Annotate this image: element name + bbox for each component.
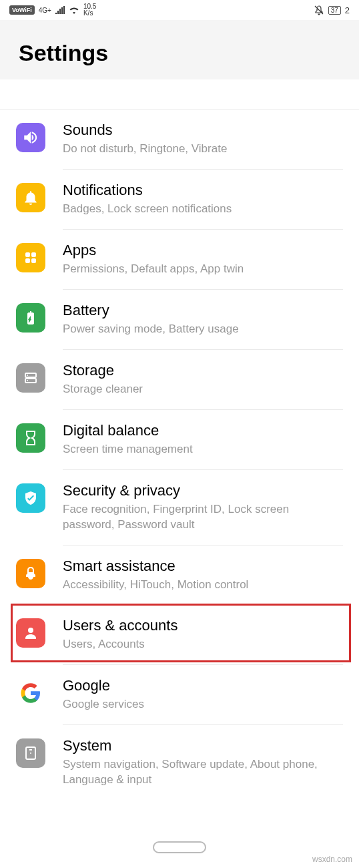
settings-list[interactable]: Sounds Do not disturb, Ringtone, Vibrate… (0, 79, 359, 800)
setting-title: Google (63, 677, 343, 694)
battery-icon (16, 303, 45, 333)
page-title: Settings (19, 40, 340, 66)
setting-subtitle: Accessibility, HiTouch, Motion control (63, 578, 343, 593)
setting-item-security[interactable]: Security & privacy Face recognition, Fin… (0, 470, 359, 546)
mute-icon (314, 5, 324, 15)
setting-title: Security & privacy (63, 482, 343, 499)
svg-rect-1 (31, 252, 36, 257)
setting-item-users-accounts[interactable]: Users & accounts Users, Accounts (0, 605, 359, 665)
system-icon (16, 738, 45, 768)
setting-title: Battery (63, 302, 343, 319)
svg-rect-0 (25, 252, 30, 257)
apps-icon (16, 243, 45, 272)
setting-title: Storage (63, 362, 343, 379)
setting-title: Sounds (63, 122, 343, 139)
setting-item-google[interactable]: Google Google services (0, 665, 359, 725)
setting-subtitle: Screen time management (63, 442, 343, 457)
svg-rect-2 (25, 258, 30, 263)
setting-subtitle: System navigation, Software update, Abou… (63, 757, 343, 788)
speed-indicator: 10.5 K/s (83, 3, 96, 17)
setting-subtitle: Power saving mode, Battery usage (63, 322, 343, 337)
svg-rect-3 (31, 258, 36, 263)
nav-home-pill[interactable] (153, 841, 206, 853)
setting-subtitle: Do not disturb, Ringtone, Vibrate (63, 142, 343, 157)
svg-point-6 (27, 375, 28, 376)
setting-subtitle: Google services (63, 697, 343, 712)
setting-subtitle: Permissions, Default apps, App twin (63, 262, 343, 277)
status-bar: VoWiFi 4G+ 10.5 K/s 37 2 (0, 0, 359, 20)
setting-item-smart-assistance[interactable]: Smart assistance Accessibility, HiTouch,… (0, 546, 359, 606)
setting-subtitle: Badges, Lock screen notifications (63, 202, 343, 217)
setting-title: Notifications (63, 182, 343, 199)
setting-item-storage[interactable]: Storage Storage cleaner (0, 350, 359, 410)
network-indicator: 4G+ (39, 7, 51, 14)
users-accounts-icon (16, 618, 45, 648)
truncated-item (0, 79, 359, 110)
svg-rect-11 (29, 749, 32, 750)
battery-indicator: 37 (328, 6, 341, 15)
setting-title: Smart assistance (63, 558, 343, 575)
battery-suffix: 2 (345, 5, 350, 15)
watermark: wsxdn.com (312, 855, 352, 864)
setting-title: System (63, 737, 343, 754)
setting-item-notifications[interactable]: Notifications Badges, Lock screen notifi… (0, 170, 359, 230)
notifications-icon (16, 183, 45, 212)
setting-title: Users & accounts (63, 617, 343, 634)
storage-icon (16, 363, 45, 393)
security-icon (16, 483, 45, 513)
svg-point-10 (30, 752, 31, 754)
setting-item-sounds[interactable]: Sounds Do not disturb, Ringtone, Vibrate (0, 110, 359, 170)
status-right: 37 2 (314, 5, 350, 15)
sounds-icon (16, 123, 45, 152)
setting-title: Digital balance (63, 422, 343, 439)
setting-item-apps[interactable]: Apps Permissions, Default apps, App twin (0, 230, 359, 290)
svg-point-7 (27, 380, 28, 381)
smart-assistance-icon (16, 559, 45, 588)
vowifi-badge: VoWiFi (9, 5, 35, 15)
setting-item-system[interactable]: System System navigation, Software updat… (0, 725, 359, 800)
settings-header: Settings (0, 20, 359, 79)
setting-subtitle: Storage cleaner (63, 382, 343, 397)
google-icon (16, 678, 45, 708)
setting-title: Apps (63, 242, 343, 259)
setting-subtitle: Users, Accounts (63, 637, 343, 652)
digital-balance-icon (16, 423, 45, 453)
status-left: VoWiFi 4G+ 10.5 K/s (9, 3, 96, 17)
setting-subtitle: Face recognition, Fingerprint ID, Lock s… (63, 502, 343, 533)
svg-point-8 (28, 628, 33, 633)
wifi-icon (69, 6, 79, 14)
setting-item-battery[interactable]: Battery Power saving mode, Battery usage (0, 290, 359, 350)
setting-item-digital-balance[interactable]: Digital balance Screen time management (0, 410, 359, 470)
signal-icon (55, 6, 65, 14)
